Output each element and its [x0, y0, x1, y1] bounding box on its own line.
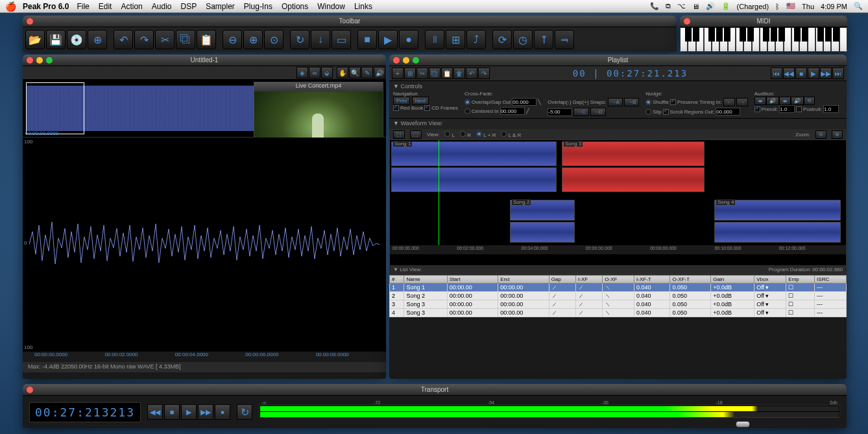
app-name[interactable]: Peak Pro 6.0 — [23, 2, 69, 11]
zoom-in-button[interactable]: ⊕ — [832, 130, 843, 139]
table-row[interactable]: 1Song 100:00.0000:00.00⟋⟋⟍0.0400.050+0.0… — [390, 283, 847, 292]
volume-icon[interactable]: 🔊 — [706, 2, 715, 10]
listview-header[interactable]: ▼ List View: — [393, 267, 422, 274]
play-button[interactable]: ▶ — [378, 30, 398, 49]
overview-selection[interactable] — [26, 82, 84, 134]
menu-links[interactable]: Links — [354, 2, 372, 11]
waveform-overview[interactable]: 00:00:00.0000 Live Concert.mp4 — [23, 79, 386, 138]
midi-titlebar[interactable]: MIDI — [680, 16, 847, 27]
preroll-check[interactable] — [754, 106, 760, 112]
tr-rewind-button[interactable]: ◀◀ — [147, 404, 163, 420]
copy-button[interactable]: ⿻ — [176, 30, 195, 49]
stop-button[interactable]: ■ — [357, 30, 377, 49]
wifi-icon[interactable]: ⧉ — [666, 2, 671, 10]
cdframes-check[interactable] — [424, 105, 430, 111]
menu-audio[interactable]: Audio — [152, 2, 172, 11]
loop-button[interactable]: ↻ — [290, 30, 309, 49]
pl-paste-button[interactable]: 📋 — [441, 67, 453, 79]
burn-cd-button[interactable]: 💿 — [67, 30, 86, 49]
nudge-input[interactable] — [716, 108, 740, 115]
flag-icon[interactable]: 🇺🇸 — [786, 2, 795, 10]
close-icon[interactable] — [393, 57, 400, 64]
wave-tool-zoom[interactable]: 🔍 — [349, 67, 361, 78]
xfade-in-input[interactable] — [500, 107, 525, 115]
normalize-button[interactable]: ⤒ — [534, 30, 553, 49]
pl-undo-button[interactable]: ↶ — [466, 67, 477, 79]
maximize-icon[interactable] — [413, 57, 419, 64]
preserve-check[interactable] — [670, 99, 676, 105]
pl-copy-button[interactable]: ⿻ — [429, 67, 440, 79]
scroll-check[interactable] — [663, 109, 669, 115]
wave-tool-speaker[interactable]: 🔊 — [374, 67, 385, 78]
tr-stop-button[interactable]: ■ — [164, 404, 180, 420]
aud-btn2[interactable]: 🔊 — [766, 97, 779, 105]
grid-button[interactable]: ⊞ — [446, 30, 465, 49]
table-row[interactable]: 3Song 300:00.0000:00.00⟋⟋⟍0.0400.050+0.0… — [390, 300, 847, 309]
snap-c[interactable]: →C — [573, 108, 589, 116]
menu-file[interactable]: File — [77, 2, 89, 11]
wave-tool-link[interactable]: ∞ — [309, 67, 320, 78]
meter-slider[interactable] — [736, 421, 750, 428]
export-cd-button[interactable]: ⊕ — [88, 30, 107, 49]
pl-add-button[interactable]: + — [392, 67, 404, 79]
aud-btn3[interactable]: ◂▸ — [779, 97, 791, 105]
close-icon[interactable] — [27, 18, 33, 25]
menu-plugins[interactable]: Plug-Ins — [244, 2, 272, 11]
menu-sampler[interactable]: Sampler — [206, 2, 235, 11]
paste-button[interactable]: 📋 — [197, 30, 216, 49]
aud-btn1[interactable]: ◂▸ — [754, 97, 766, 105]
meters-button[interactable]: ⫴ — [425, 30, 444, 49]
clock-time[interactable]: 4:09 PM — [821, 3, 847, 10]
slip-radio[interactable] — [645, 109, 651, 115]
bounce-button[interactable]: ⤴ — [466, 30, 486, 49]
pl-end-button[interactable]: ⏭ — [832, 67, 844, 79]
region-button[interactable]: ▭ — [332, 30, 351, 49]
waveform-main[interactable]: 100 0 100 — [23, 138, 386, 352]
tr-record-button[interactable]: ● — [215, 404, 230, 420]
toolbar-titlebar[interactable]: Toolbar — [23, 16, 677, 27]
wave-time-ruler[interactable]: 00:00:00.0000 00:00:02.0000 00:00:04.000… — [23, 352, 386, 362]
tr-ffwd-button[interactable]: ▶▶ — [198, 404, 213, 420]
xfade-out-input[interactable] — [512, 98, 536, 106]
process-button[interactable]: ⟳ — [492, 30, 512, 49]
cut-button[interactable]: ✂ — [155, 30, 175, 49]
aud-btn5[interactable]: ⟲ — [804, 97, 815, 105]
zoom-out-button[interactable]: ⊖ — [223, 30, 242, 49]
wv-btn2[interactable]: ⬚ — [410, 130, 422, 139]
marker-button[interactable]: ↓ — [311, 30, 330, 49]
pl-grid-button[interactable]: ⊞ — [404, 67, 416, 79]
close-icon[interactable] — [27, 387, 33, 393]
table-row[interactable]: 4Song 300:00.0000:00.00⟋⟋⟍0.0400.050+0.0… — [390, 309, 847, 317]
fade-button[interactable]: ⫬ — [555, 30, 574, 49]
clock-button[interactable]: ◷ — [513, 30, 533, 49]
record-button[interactable]: ● — [399, 30, 418, 49]
wv-btn1[interactable]: ⬚ — [393, 130, 405, 139]
table-row[interactable]: 2Song 200:00.0000:00.00⟋⟋⟍0.0400.050+0.0… — [390, 292, 847, 300]
menu-dsp[interactable]: DSP — [180, 2, 197, 11]
piano-keyboard[interactable] — [680, 27, 847, 52]
controls-header[interactable]: ▼ Controls — [393, 83, 843, 90]
postroll-input[interactable] — [823, 105, 839, 113]
aud-btn4[interactable]: 🔊 — [791, 97, 804, 105]
playhead[interactable] — [439, 140, 439, 245]
wave-tool-select[interactable]: ◈ — [296, 67, 308, 78]
transport-titlebar[interactable]: Transport — [23, 384, 847, 396]
display-icon[interactable]: ⌥ — [677, 2, 686, 10]
tr-play-button[interactable]: ▶ — [181, 404, 197, 420]
pl-delete-button[interactable]: 🗑 — [453, 67, 465, 79]
snap-d[interactable]: →D — [590, 108, 606, 116]
postroll-check[interactable] — [796, 106, 802, 112]
pl-stop-button[interactable]: ■ — [795, 67, 807, 79]
apple-logo-icon[interactable]: 🍎 — [5, 1, 16, 12]
pl-next-button[interactable]: ▶▶ — [820, 67, 832, 79]
close-icon[interactable] — [27, 57, 33, 64]
redo-button[interactable]: ↷ — [134, 30, 154, 49]
playlist-titlebar[interactable]: Playlist — [389, 54, 847, 66]
battery-icon[interactable]: 🔋 — [721, 2, 730, 10]
pl-play-button[interactable]: ▶ — [808, 67, 819, 79]
spotlight-icon[interactable]: 🔍 — [854, 2, 863, 10]
centered-radio[interactable] — [464, 108, 470, 114]
bluetooth-icon[interactable]: ᛒ — [775, 3, 780, 10]
minimize-icon[interactable] — [403, 57, 409, 64]
pl-prev-button[interactable]: ◀◀ — [783, 67, 795, 79]
